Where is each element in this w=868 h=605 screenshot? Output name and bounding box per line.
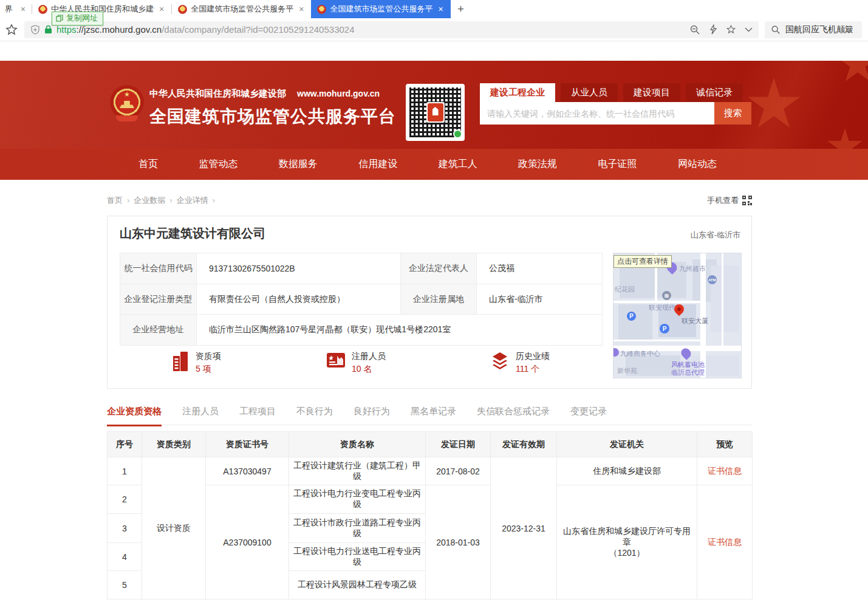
reg-type-label: 企业登记注册类型 bbox=[120, 284, 197, 315]
cell-name: 工程设计市政行业道路工程专业丙级 bbox=[289, 514, 426, 543]
tab-projects[interactable]: 工程项目 bbox=[239, 406, 276, 425]
tab-qualifications[interactable]: 企业资质资格 bbox=[107, 406, 162, 426]
cell-cert-no: A237009100 bbox=[206, 485, 289, 600]
tab-registered-personnel[interactable]: 注册人员 bbox=[182, 406, 219, 425]
quick-search-text: 国航回应飞机颠簸 bbox=[785, 24, 853, 35]
col-validity: 发证有效期 bbox=[491, 432, 557, 457]
company-summary-card: 山东中元建筑设计有限公司 山东省-临沂市 统一社会信用代码 9137130267… bbox=[107, 216, 752, 389]
legal-rep-value: 公茂福 bbox=[477, 253, 603, 284]
close-icon[interactable]: × bbox=[158, 5, 165, 13]
atm-poi-icon: ATM bbox=[708, 275, 717, 284]
cell-authority: 山东省住房和城乡建设厅许可专用章 （1201） bbox=[557, 485, 697, 600]
new-tab-button[interactable]: + bbox=[451, 0, 471, 18]
close-icon[interactable]: × bbox=[19, 5, 27, 13]
browser-tab-2[interactable]: 全国建筑市场监管公共服务平台 × bbox=[172, 0, 311, 18]
cell-name: 工程设计电力行业变电工程专业丙级 bbox=[289, 485, 426, 514]
browser-quick-search[interactable]: 国航回应飞机颠簸 bbox=[765, 21, 862, 38]
search-button[interactable]: 搜索 bbox=[714, 102, 751, 125]
search-form: 搜索 bbox=[480, 102, 751, 125]
nav-item-workers[interactable]: 建筑工人 bbox=[439, 158, 477, 171]
search-tab-project[interactable]: 建设项目 bbox=[623, 83, 680, 102]
address-value: 临沂市兰山区陶然路107号星河晶都（联安）现代城1号楼2201室 bbox=[197, 315, 603, 346]
breadcrumb-row: 首页 › 企业数据 › 企业详情 › 手机查看 bbox=[107, 180, 752, 216]
tab-bad-behavior[interactable]: 不良行为 bbox=[296, 406, 333, 425]
url-host: ://jzsc.mohurd.gov.cn bbox=[77, 24, 162, 35]
map-label-garden: 纪花园 bbox=[615, 285, 635, 294]
browser-tab-bar: 界 × 中华人民共和国住房和城乡建设 × 全国建筑市场监管公共服务平台 × 全国… bbox=[0, 0, 868, 18]
search-category-tabs: 建设工程企业 从业人员 建设项目 诚信记录 bbox=[480, 83, 751, 102]
close-icon[interactable]: × bbox=[298, 5, 305, 13]
certificate-info-link[interactable]: 证书信息 bbox=[708, 537, 742, 547]
address-bar-actions bbox=[689, 24, 753, 35]
tab-blacklist[interactable]: 黑名单记录 bbox=[411, 406, 456, 425]
stat-value: 5 项 bbox=[196, 364, 221, 375]
search-tab-enterprise[interactable]: 建设工程企业 bbox=[480, 83, 555, 102]
cell-name: 工程设计风景园林工程专项乙级 bbox=[289, 571, 426, 600]
shield-permissions-icon[interactable] bbox=[30, 25, 40, 35]
business-poi-icon bbox=[613, 348, 619, 357]
authority-line-1: 山东省住房和城乡建设厅许可专用章 bbox=[561, 526, 693, 548]
search-tab-credit[interactable]: 诚信记录 bbox=[686, 83, 743, 102]
tab-title: 全国建筑市场监管公共服务平台 bbox=[191, 4, 294, 15]
main-navigation: 首页 监管动态 数据服务 信用建设 建筑工人 政策法规 电子证照 网站动态 bbox=[0, 149, 868, 180]
company-info-table: 统一社会信用代码 91371302675501022B 企业法定代表人 公茂福 … bbox=[120, 253, 603, 346]
tab-title: 界 bbox=[5, 4, 13, 15]
browser-tab-active[interactable]: 全国建筑市场监管公共服务平台 × bbox=[311, 0, 450, 18]
credit-code-label: 统一社会信用代码 bbox=[120, 253, 197, 284]
qr-pattern bbox=[409, 87, 461, 137]
bookmarks-star-icon[interactable] bbox=[5, 23, 18, 36]
mobile-view-link[interactable]: 手机查看 bbox=[707, 195, 752, 206]
certificate-info-link[interactable]: 证书信息 bbox=[708, 466, 742, 476]
cell-cert-no: A137030497 bbox=[206, 457, 289, 485]
layers-icon bbox=[490, 351, 510, 371]
tab-change-records[interactable]: 变更记录 bbox=[570, 406, 607, 425]
company-name: 山东中元建筑设计有限公司 bbox=[120, 225, 265, 242]
stat-label: 历史业绩 bbox=[516, 351, 550, 362]
browser-url-bar: https://jzsc.mohurd.gov.cn/data/company/… bbox=[0, 18, 868, 41]
search-icon bbox=[771, 25, 781, 35]
legal-rep-label: 企业法定代表人 bbox=[401, 253, 477, 284]
breadcrumb-home[interactable]: 首页 bbox=[107, 195, 123, 206]
url-text: https://jzsc.mohurd.gov.cn/data/company/… bbox=[56, 24, 355, 35]
nav-item-e-license[interactable]: 电子证照 bbox=[598, 158, 637, 171]
stat-registered-personnel: 注册人员10 名 bbox=[326, 351, 386, 375]
nav-item-data-service[interactable]: 数据服务 bbox=[279, 158, 318, 171]
site-identity: 中华人民共和国住房和城乡建设部 www.mohurd.gov.cn 全国建筑市场… bbox=[149, 88, 396, 128]
col-name: 资质名称 bbox=[289, 432, 426, 457]
close-icon[interactable]: × bbox=[437, 5, 444, 13]
nav-item-supervision[interactable]: 监管动态 bbox=[199, 158, 238, 171]
address-bar[interactable]: https://jzsc.mohurd.gov.cn/data/company/… bbox=[24, 21, 759, 38]
tab-title: 全国建筑市场监管公共服务平台 bbox=[330, 4, 433, 15]
credit-code-value: 91371302675501022B bbox=[197, 253, 401, 284]
favorite-star-icon[interactable] bbox=[726, 24, 736, 35]
col-issue-date: 发证日期 bbox=[426, 432, 491, 457]
nav-item-site-news[interactable]: 网站动态 bbox=[678, 158, 717, 171]
zoom-out-icon[interactable] bbox=[689, 24, 700, 35]
header-search-module: 建设工程企业 从业人员 建设项目 诚信记录 搜索 bbox=[480, 83, 751, 125]
chevron-down-icon[interactable] bbox=[745, 27, 753, 32]
secure-lock-icon bbox=[44, 25, 52, 34]
breadcrumb-company-detail[interactable]: 企业详情 bbox=[177, 195, 208, 206]
browser-tab-partial[interactable]: 界 × bbox=[0, 0, 32, 18]
lightning-icon[interactable] bbox=[709, 24, 717, 35]
col-authority: 发证机关 bbox=[557, 432, 697, 457]
company-location-map[interactable]: 点击可查看详情 九州超市 ATM 纪花园 ▦ 联安现代城 P P 联安大厦 九峰… bbox=[613, 253, 742, 378]
nav-item-home[interactable]: 首页 bbox=[138, 158, 158, 171]
reg-region-label: 企业注册属地 bbox=[401, 284, 477, 315]
url-path: /data/company/detail?id=0021052912405330… bbox=[162, 24, 354, 35]
nav-item-policy[interactable]: 政策法规 bbox=[518, 158, 557, 171]
map-label-battery-2: 临沂总代理 bbox=[671, 368, 705, 377]
breadcrumb-company-data[interactable]: 企业数据 bbox=[134, 195, 165, 206]
qr-center-logo-icon bbox=[428, 103, 443, 121]
map-hover-tooltip: 点击可查看详情 bbox=[613, 255, 672, 268]
cell-category: 设计资质 bbox=[142, 457, 206, 600]
nav-item-credit[interactable]: 信用建设 bbox=[358, 158, 397, 171]
cell-no: 2 bbox=[108, 485, 142, 514]
cell-name: 工程设计电力行业送电工程专业丙级 bbox=[289, 543, 426, 571]
keyword-search-input[interactable] bbox=[480, 102, 714, 125]
national-emblem-icon: ★ bbox=[110, 85, 144, 123]
emblem-favicon-icon bbox=[38, 5, 47, 14]
search-tab-personnel[interactable]: 从业人员 bbox=[561, 83, 618, 102]
tab-good-behavior[interactable]: 良好行为 bbox=[354, 406, 390, 425]
tab-dishonesty-records[interactable]: 失信联合惩戒记录 bbox=[477, 406, 550, 425]
